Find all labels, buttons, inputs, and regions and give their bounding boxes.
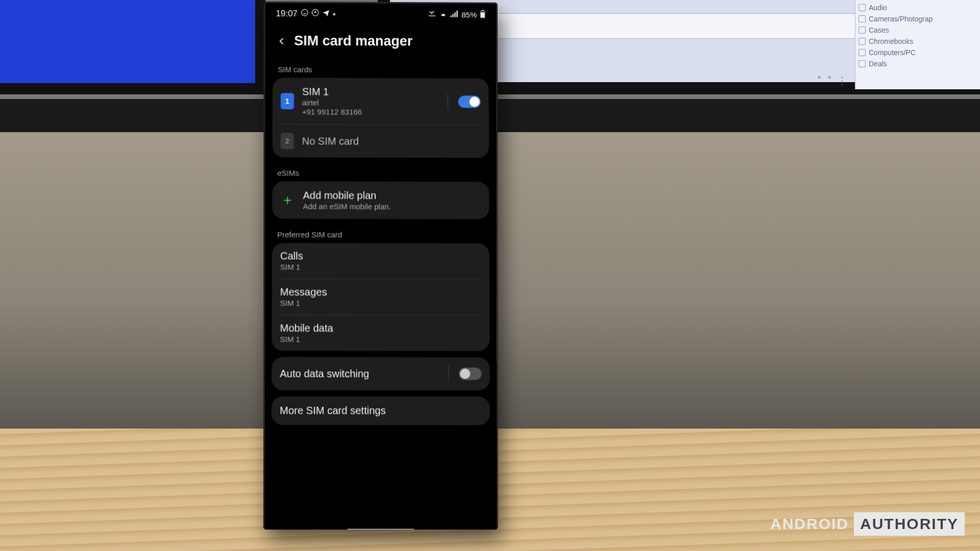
more-settings-title: More SIM card settings: [280, 405, 482, 417]
status-bar: 19:07: [266, 5, 495, 19]
pref-mobiledata-value: SIM 1: [280, 335, 481, 344]
add-esim-title: Add mobile plan: [303, 190, 481, 202]
section-label-preferred: Preferred SIM card: [266, 219, 496, 243]
checkbox-icon: [859, 60, 866, 67]
update-icon: [311, 9, 319, 19]
plus-icon: +: [280, 193, 295, 207]
filter-row: Computers/PC: [859, 47, 980, 58]
preferred-sim-card: Calls SIM 1 Messages SIM 1 Mobile data S…: [272, 243, 489, 351]
sim2-row[interactable]: 2 No SIM card: [273, 124, 489, 158]
svg-point-1: [312, 10, 318, 16]
battery-percent: 85%: [461, 10, 477, 19]
divider: [448, 365, 449, 382]
signal-icon: [450, 10, 458, 19]
sim1-row[interactable]: 1 SIM 1 airtel +91 99112 83166: [273, 78, 489, 124]
notification-dot-icon: [333, 13, 335, 15]
pref-messages-value: SIM 1: [280, 298, 481, 308]
filter-row: Audio: [859, 2, 980, 13]
home-indicator[interactable]: [347, 529, 414, 530]
sim-cards-card: 1 SIM 1 airtel +91 99112 83166 2 No SIM …: [273, 78, 489, 158]
pref-calls-title: Calls: [280, 250, 481, 262]
browser-arrow-icons: ˄ ˅ ⋮: [817, 74, 847, 87]
status-time: 19:07: [276, 9, 298, 19]
volte-icon: [428, 10, 436, 19]
esim-card: + Add mobile plan Add an eSIM mobile pla…: [272, 181, 489, 219]
chevron-down-icon: ˅: [827, 74, 832, 87]
filter-row: Chromebooks: [859, 36, 980, 47]
checkbox-icon: [859, 49, 866, 56]
page-title: SIM card manager: [294, 33, 412, 49]
phone-device: 19:07: [263, 2, 498, 530]
more-settings-row[interactable]: More SIM card settings: [272, 396, 490, 425]
sim2-badge-icon: 2: [281, 133, 294, 149]
watermark-right: AUTHORITY: [854, 512, 965, 536]
svg-rect-3: [452, 14, 453, 17]
checkbox-icon: [859, 27, 866, 34]
sim2-title: No SIM card: [302, 135, 481, 147]
chevron-up-icon: ˄: [817, 74, 822, 87]
browser-filter-panel: Audio Cameras/Photograp Cases Chromebook…: [855, 0, 980, 89]
auto-switch-toggle[interactable]: [459, 367, 481, 380]
pref-mobiledata-row[interactable]: Mobile data SIM 1: [272, 315, 489, 351]
auto-switch-title: Auto data switching: [280, 368, 440, 380]
sim1-carrier: airtel: [302, 98, 439, 107]
checkbox-icon: [859, 15, 866, 22]
sim1-toggle[interactable]: [458, 95, 481, 108]
filter-row: Cameras/Photograp: [859, 13, 980, 24]
watermark-left: ANDROID: [765, 512, 854, 536]
watermark: ANDROID AUTHORITY: [765, 512, 965, 536]
pref-mobiledata-title: Mobile data: [280, 322, 482, 335]
svg-point-0: [301, 9, 307, 15]
phone-screen: 19:07: [265, 5, 497, 530]
monitor-left: [0, 0, 265, 94]
sim1-number: +91 99112 83166: [302, 107, 439, 116]
svg-rect-4: [454, 12, 455, 17]
pref-calls-row[interactable]: Calls SIM 1: [272, 243, 489, 279]
checkbox-icon: [859, 4, 866, 11]
wifi-calling-icon: [439, 10, 447, 19]
auto-switch-row[interactable]: Auto data switching: [272, 357, 490, 390]
filter-row: Cases: [859, 24, 980, 36]
add-esim-row[interactable]: + Add mobile plan Add an eSIM mobile pla…: [272, 181, 489, 219]
more-settings-card: More SIM card settings: [272, 396, 490, 425]
sim1-badge-icon: 1: [281, 93, 294, 109]
svg-rect-8: [482, 10, 484, 11]
whatsapp-icon: [301, 9, 308, 19]
section-label-simcards: SIM cards: [266, 54, 495, 79]
section-label-esims: eSIMs: [266, 157, 495, 182]
svg-rect-5: [456, 10, 457, 17]
svg-rect-2: [450, 15, 451, 17]
kebab-icon: ⋮: [837, 74, 847, 87]
svg-rect-7: [481, 12, 484, 17]
divider: [448, 93, 448, 110]
chevron-left-icon: [276, 36, 286, 46]
pref-calls-value: SIM 1: [280, 263, 481, 272]
pref-messages-title: Messages: [280, 286, 481, 298]
checkbox-icon: [859, 38, 866, 45]
page-header: SIM card manager: [266, 19, 495, 55]
add-esim-sub: Add an eSIM mobile plan.: [303, 202, 481, 211]
telegram-icon: [322, 9, 330, 19]
battery-icon: [480, 10, 485, 19]
sim1-title: SIM 1: [302, 86, 439, 98]
back-button[interactable]: [276, 35, 287, 46]
pref-messages-row[interactable]: Messages SIM 1: [272, 279, 490, 315]
filter-row: Deals: [859, 58, 980, 69]
auto-switch-card: Auto data switching: [272, 357, 490, 390]
